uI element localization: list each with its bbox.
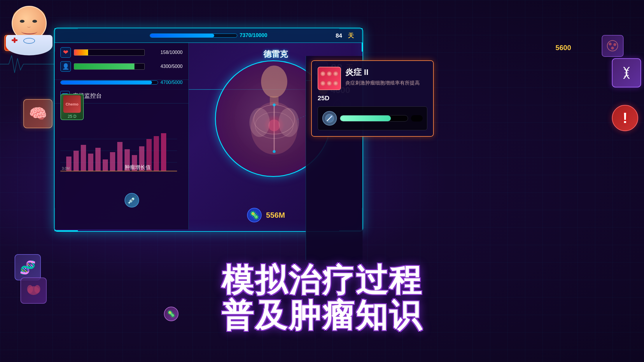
bottom-left-deco-card[interactable]: 🧬 [15, 254, 41, 280]
svg-point-38 [330, 116, 332, 117]
dot-2 [327, 71, 332, 76]
popup-card: 炎症 II 炎症刺激肿瘤细胞增殖率有所提高 25D [311, 60, 434, 137]
svg-point-34 [273, 150, 276, 153]
doctor-avatar [6, 6, 52, 52]
top-exp-bar-fill [150, 34, 214, 37]
chart-svg: 3.0M [60, 127, 177, 174]
deco-card-red[interactable]: ! [612, 105, 638, 131]
deco-card-red-container: ! [612, 105, 641, 131]
left-brain-card[interactable]: 🧠 [23, 99, 52, 128]
doctor-coat [6, 35, 52, 55]
svg-rect-21 [60, 171, 177, 172]
popup-duration: 25D [318, 94, 427, 102]
svg-point-50 [613, 43, 616, 46]
dot-5 [327, 81, 332, 86]
svg-point-46 [27, 285, 33, 293]
tumor-symbol: 🦠 [167, 310, 176, 318]
health-text: 158/10000 [148, 50, 183, 55]
svg-point-30 [268, 120, 280, 131]
tumor-icon[interactable]: 🦠 [164, 307, 178, 321]
second-exp-fill [61, 81, 152, 84]
popup-avatar-icon [322, 111, 337, 126]
svg-line-42 [624, 69, 629, 71]
second-exp-row: 4700/5000 [55, 80, 188, 88]
organ-icon [26, 283, 42, 299]
virus-icon-bottom[interactable]: 🦠 [247, 208, 262, 222]
outer-deco-right: ! [612, 58, 641, 131]
svg-point-51 [611, 47, 614, 50]
health-bar-fill [74, 50, 88, 55]
cell-icon [606, 39, 619, 52]
svg-point-33 [273, 103, 276, 106]
tumor-label: 肿瘤增长值 [125, 164, 151, 170]
chart-area: 3.0M [60, 127, 177, 174]
svg-rect-13 [110, 152, 115, 171]
second-exp-text: 4700/5000 [160, 80, 183, 85]
top-exp-bar-container [150, 34, 237, 38]
svg-point-32 [279, 108, 299, 137]
brain-icon: 🧠 [29, 105, 47, 122]
syringe-icon: 💉 [127, 196, 136, 204]
dna-icon: 🧬 [20, 260, 36, 275]
popup-title-area: 炎症 II 炎症刺激肿瘤细胞增殖率有所提高 [345, 67, 427, 87]
svg-rect-19 [154, 136, 159, 171]
popup-dots [318, 67, 340, 89]
heartbeat-line-left [0, 52, 58, 76]
game-top-bar: 7370/10000 84 天 [55, 28, 363, 43]
patient-stats: ❤ 158/10000 👤 4300/5000 [55, 43, 188, 80]
popup-header: 炎症 II 炎症刺激肿瘤细胞增殖率有所提高 [318, 67, 427, 90]
left-panel: ❤ 158/10000 👤 4300/5000 [55, 43, 189, 229]
svg-rect-10 [88, 154, 93, 171]
svg-text:3.0M: 3.0M [62, 166, 70, 171]
chemo-card[interactable]: Chemo 25 D [60, 94, 84, 120]
health-icon: ❤ [60, 47, 71, 58]
tumor-growth-area: 🦠 肿瘤增长值 [107, 174, 133, 181]
person-symbol: 👤 [62, 63, 69, 70]
svg-rect-12 [103, 159, 108, 171]
chemo-label: Chemo [66, 102, 78, 106]
inflammation-icon [318, 67, 341, 90]
bottom-organ-card[interactable] [20, 277, 47, 304]
dot-4 [321, 81, 325, 86]
health-bar-container [74, 49, 145, 56]
popup-bar-container [340, 115, 408, 122]
outer-top-stat: 5600 [556, 44, 571, 52]
heart-symbol: ❤ [63, 49, 68, 56]
stamina-bar-container [74, 63, 145, 70]
svg-rect-8 [74, 151, 79, 171]
top-right-deco-card[interactable] [602, 35, 624, 57]
virus-symbol: 🦠 [249, 210, 260, 220]
svg-point-49 [609, 43, 612, 45]
svg-rect-11 [95, 148, 101, 171]
header-stat2: 天 [348, 32, 354, 40]
health-row: ❤ 158/10000 [60, 47, 183, 58]
virus-count: 556M [266, 211, 285, 220]
virus-bottom-area: 🦠 556M [247, 208, 285, 222]
outer-stat-value: 5600 [556, 44, 571, 52]
popup-bar-remainder [411, 115, 423, 122]
dot-1 [321, 71, 325, 76]
svg-point-23 [261, 66, 287, 98]
popup-description: 炎症刺激肿瘤细胞增殖率有所提高 [345, 80, 427, 87]
needle-icon [325, 114, 334, 123]
svg-point-31 [249, 108, 270, 137]
svg-rect-20 [161, 133, 166, 171]
svg-line-44 [624, 75, 629, 76]
popup-progress-area [318, 106, 427, 130]
popup-bar-fill [340, 115, 391, 121]
top-exp-text: 7370/10000 [239, 32, 267, 38]
svg-point-47 [34, 285, 40, 293]
header-stat1: 84 [336, 32, 342, 39]
stamina-row: 👤 4300/5000 [60, 61, 183, 72]
deco-card-purple[interactable] [612, 58, 641, 87]
dot-3 [333, 71, 338, 76]
stamina-text: 4300/5000 [148, 64, 183, 69]
svg-rect-14 [117, 142, 123, 171]
popup-title: 炎症 II [345, 67, 427, 78]
top-right-stats: 84 天 [336, 28, 354, 43]
drug-icon[interactable]: 💉 [125, 193, 139, 208]
top-exp-area: 7370/10000 [150, 32, 267, 38]
stamina-bar-fill [74, 64, 134, 69]
dot-6 [333, 81, 338, 86]
game-window: 7370/10000 84 天 ❤ 158/10000 👤 [54, 28, 363, 232]
